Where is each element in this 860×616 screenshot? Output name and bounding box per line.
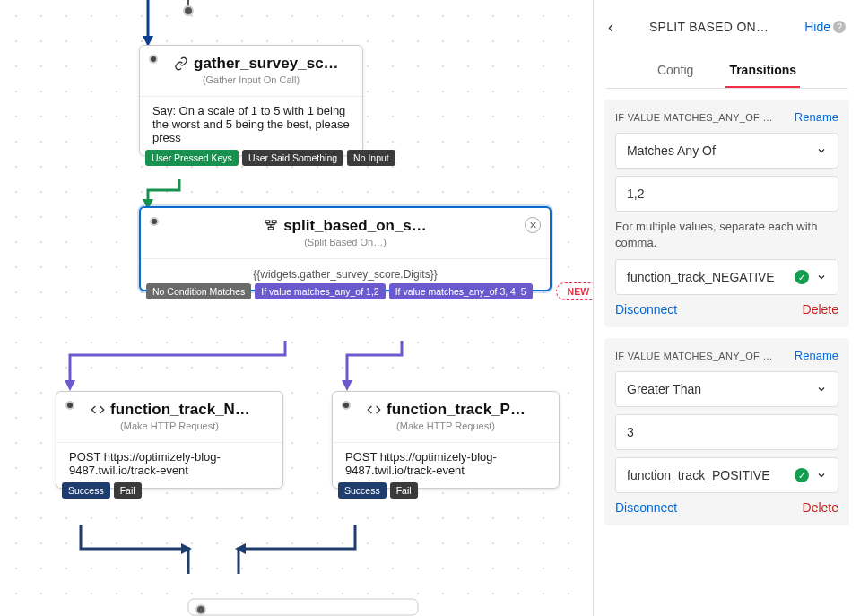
transition-title: IF VALUE MATCHES_ANY_OF … [615,112,773,123]
panel-header: ‹ SPLIT BASED ON… Hide ? [594,0,860,54]
svg-marker-4 [65,380,75,391]
condition-select[interactable]: Matches Any Of [615,133,838,169]
svg-rect-11 [272,221,276,223]
widget-body: POST https://optimizely-blog-9487.twil.i… [56,442,282,488]
widget-subtitle: (Make HTTP Request) [345,419,546,438]
input-port[interactable] [65,401,74,410]
widget-subtitle: (Make HTTP Request) [69,419,270,438]
widget-title: gather_survey_sc… [152,55,350,73]
transition-block: IF VALUE MATCHES_ANY_OF … Rename Greater… [604,338,849,525]
input-port[interactable] [149,55,158,64]
svg-rect-10 [265,221,270,223]
delete-link[interactable]: Delete [803,500,838,515]
collapse-panel-button[interactable]: « [593,70,594,102]
output-success[interactable]: Success [62,482,110,499]
condition-value-input[interactable]: 1,2 [615,176,838,212]
check-icon: ✓ [795,468,809,482]
svg-marker-5 [342,380,352,391]
disconnect-link[interactable]: Disconnect [615,500,677,515]
widget-title: function_track_P… [345,401,546,419]
split-icon [264,219,278,233]
tab-config[interactable]: Config [654,54,697,88]
svg-marker-7 [235,543,246,554]
condition-select[interactable]: Greater Than [615,371,838,407]
close-icon[interactable]: ✕ [525,217,541,233]
output-matches-1-2[interactable]: If value matches_any_of 1,2 [255,283,385,299]
transition-target-select[interactable]: function_track_POSITIVE ✓ [615,457,838,493]
panel-title: SPLIT BASED ON… [613,20,804,34]
widget-body: POST https://optimizely-blog-9487.twil.i… [333,442,559,488]
helper-text: For multiple values, separate each with … [615,219,838,250]
flow-canvas[interactable]: gather_survey_sc… (Gather Input On Call)… [0,0,593,616]
widget-function-track-negative[interactable]: function_track_N… (Make HTTP Request) PO… [56,391,283,489]
widget-subtitle: (Split Based On…) [153,235,537,255]
widget-body: Say: On a scale of 1 to 5 with 1 being t… [140,96,362,155]
widget-title: function_track_N… [69,401,270,419]
widget-function-track-positive[interactable]: function_track_P… (Make HTTP Request) PO… [332,391,560,489]
chevron-down-icon [816,145,827,156]
link-icon [174,56,188,71]
transition-title: IF VALUE MATCHES_ANY_OF … [615,351,773,361]
transition-block: IF VALUE MATCHES_ANY_OF … Rename Matches… [604,100,849,327]
disconnect-link[interactable]: Disconnect [615,302,677,317]
code-icon [91,403,105,417]
chevron-down-icon [816,470,827,481]
tab-transitions[interactable]: Transitions [725,54,800,88]
output-fail[interactable]: Fail [390,482,418,499]
widget-split-based-on[interactable]: split_based_on_s… ✕ (Split Based On…) {{… [139,206,552,291]
output-no-condition[interactable]: No Condition Matches [146,283,251,299]
widget-title: split_based_on_s… [153,217,537,235]
widget-gather-survey-score[interactable]: gather_survey_sc… (Gather Input On Call)… [139,45,363,156]
input-port[interactable] [150,217,159,226]
output-user-pressed-keys[interactable]: User Pressed Keys [145,150,239,166]
chevron-down-icon [816,384,827,395]
rename-link[interactable]: Rename [795,349,838,362]
hide-panel-link[interactable]: Hide ? [804,20,846,34]
check-icon: ✓ [795,270,809,284]
widget-subtitle: (Gather Input On Call) [152,73,350,92]
inspector-panel: « ‹ SPLIT BASED ON… Hide ? Config Transi… [593,0,860,616]
rename-link[interactable]: Rename [795,110,838,124]
svg-point-9 [196,605,205,614]
input-port[interactable] [342,401,351,410]
panel-tabs: Config Transitions [606,54,847,89]
svg-marker-6 [181,543,192,554]
code-icon [367,403,381,417]
delete-link[interactable]: Delete [803,302,838,317]
output-success[interactable]: Success [338,482,387,499]
svg-rect-8 [188,599,418,615]
svg-rect-12 [268,227,273,230]
help-icon[interactable]: ? [833,21,846,33]
output-no-input[interactable]: No Input [347,150,395,166]
condition-value-input[interactable]: 3 [615,414,838,450]
chevron-down-icon [816,272,827,282]
transition-target-select[interactable]: function_track_NEGATIVE ✓ [615,259,838,295]
output-fail[interactable]: Fail [114,482,142,499]
output-user-said-something[interactable]: User Said Something [242,150,343,166]
output-matches-3-4-5[interactable]: If value matches_any_of 3, 4, 5 [389,283,533,299]
svg-point-2 [184,6,193,15]
